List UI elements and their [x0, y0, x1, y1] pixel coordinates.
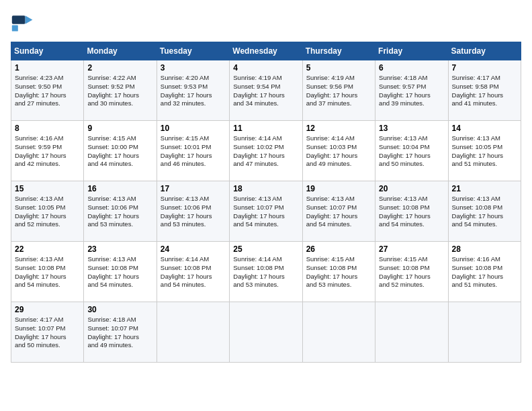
logo-icon	[11, 11, 35, 35]
column-header-wednesday: Wednesday	[230, 42, 302, 60]
calendar-cell: 4Sunrise: 4:19 AM Sunset: 9:54 PM Daylig…	[230, 60, 302, 121]
day-number: 20	[379, 184, 444, 193]
day-info: Sunrise: 4:19 AM Sunset: 9:54 PM Dayligh…	[233, 74, 298, 108]
day-number: 22	[15, 244, 80, 254]
day-number: 6	[379, 63, 444, 73]
day-info: Sunrise: 4:14 AM Sunset: 10:08 PM Daylig…	[161, 255, 226, 289]
day-info: Sunrise: 4:13 AM Sunset: 10:07 PM Daylig…	[306, 195, 371, 229]
day-number: 18	[233, 184, 298, 193]
day-number: 14	[452, 124, 517, 133]
calendar-cell: 14Sunrise: 4:13 AM Sunset: 10:05 PM Dayl…	[448, 121, 521, 181]
calendar-cell: 19Sunrise: 4:13 AM Sunset: 10:07 PM Dayl…	[302, 181, 375, 242]
day-number: 8	[15, 124, 80, 133]
calendar-cell: 18Sunrise: 4:13 AM Sunset: 10:07 PM Dayl…	[230, 181, 302, 242]
day-info: Sunrise: 4:16 AM Sunset: 10:08 PM Daylig…	[452, 255, 517, 289]
day-number: 16	[87, 184, 152, 193]
day-info: Sunrise: 4:13 AM Sunset: 10:08 PM Daylig…	[15, 255, 80, 289]
day-number: 29	[15, 305, 80, 314]
day-info: Sunrise: 4:13 AM Sunset: 10:07 PM Daylig…	[233, 195, 298, 229]
day-info: Sunrise: 4:13 AM Sunset: 10:05 PM Daylig…	[452, 134, 517, 169]
svg-marker-1	[26, 15, 33, 24]
day-number: 4	[233, 63, 298, 73]
day-info: Sunrise: 4:13 AM Sunset: 10:06 PM Daylig…	[87, 195, 152, 229]
day-info: Sunrise: 4:13 AM Sunset: 10:05 PM Daylig…	[15, 195, 80, 229]
logo	[11, 11, 38, 35]
calendar-cell: 1Sunrise: 4:23 AM Sunset: 9:50 PM Daylig…	[11, 60, 84, 121]
svg-rect-0	[12, 15, 26, 24]
calendar-table: SundayMondayTuesdayWednesdayThursdayFrid…	[11, 42, 521, 363]
calendar-cell: 2Sunrise: 4:22 AM Sunset: 9:52 PM Daylig…	[84, 60, 157, 121]
header	[11, 11, 521, 35]
calendar-cell: 5Sunrise: 4:19 AM Sunset: 9:56 PM Daylig…	[302, 60, 375, 121]
calendar-cell: 24Sunrise: 4:14 AM Sunset: 10:08 PM Dayl…	[157, 242, 229, 302]
calendar-cell: 22Sunrise: 4:13 AM Sunset: 10:08 PM Dayl…	[11, 242, 84, 302]
day-number: 25	[233, 244, 298, 254]
calendar-cell: 28Sunrise: 4:16 AM Sunset: 10:08 PM Dayl…	[448, 242, 521, 302]
day-number: 1	[15, 63, 80, 73]
day-info: Sunrise: 4:17 AM Sunset: 9:58 PM Dayligh…	[452, 74, 517, 108]
calendar-cell: 9Sunrise: 4:15 AM Sunset: 10:00 PM Dayli…	[84, 121, 157, 181]
calendar-cell	[448, 302, 521, 363]
day-number: 11	[233, 124, 298, 133]
day-number: 2	[87, 63, 152, 73]
day-info: Sunrise: 4:18 AM Sunset: 9:57 PM Dayligh…	[379, 74, 444, 108]
calendar-cell: 26Sunrise: 4:15 AM Sunset: 10:08 PM Dayl…	[302, 242, 375, 302]
day-number: 5	[306, 63, 371, 73]
calendar-cell: 12Sunrise: 4:14 AM Sunset: 10:03 PM Dayl…	[302, 121, 375, 181]
calendar-cell: 21Sunrise: 4:13 AM Sunset: 10:08 PM Dayl…	[448, 181, 521, 242]
calendar-week-3: 15Sunrise: 4:13 AM Sunset: 10:05 PM Dayl…	[11, 181, 521, 242]
calendar-cell: 3Sunrise: 4:20 AM Sunset: 9:53 PM Daylig…	[157, 60, 229, 121]
day-number: 7	[452, 63, 517, 73]
day-info: Sunrise: 4:14 AM Sunset: 10:08 PM Daylig…	[233, 255, 298, 289]
calendar-cell: 29Sunrise: 4:17 AM Sunset: 10:07 PM Dayl…	[11, 302, 84, 363]
svg-rect-2	[12, 26, 18, 32]
column-header-monday: Monday	[84, 42, 157, 60]
column-header-tuesday: Tuesday	[157, 42, 229, 60]
day-number: 9	[87, 124, 152, 133]
calendar-cell	[230, 302, 302, 363]
calendar-cell: 27Sunrise: 4:15 AM Sunset: 10:08 PM Dayl…	[375, 242, 448, 302]
day-info: Sunrise: 4:13 AM Sunset: 10:08 PM Daylig…	[87, 255, 152, 289]
day-info: Sunrise: 4:13 AM Sunset: 10:08 PM Daylig…	[452, 195, 517, 229]
calendar-week-4: 22Sunrise: 4:13 AM Sunset: 10:08 PM Dayl…	[11, 242, 521, 302]
day-info: Sunrise: 4:15 AM Sunset: 10:08 PM Daylig…	[379, 255, 444, 289]
day-number: 27	[379, 244, 444, 254]
day-info: Sunrise: 4:23 AM Sunset: 9:50 PM Dayligh…	[15, 74, 80, 108]
day-number: 30	[87, 305, 152, 314]
day-number: 28	[452, 244, 517, 254]
calendar-cell: 20Sunrise: 4:13 AM Sunset: 10:08 PM Dayl…	[375, 181, 448, 242]
calendar-cell: 16Sunrise: 4:13 AM Sunset: 10:06 PM Dayl…	[84, 181, 157, 242]
day-info: Sunrise: 4:13 AM Sunset: 10:08 PM Daylig…	[379, 195, 444, 229]
calendar-cell: 8Sunrise: 4:16 AM Sunset: 9:59 PM Daylig…	[11, 121, 84, 181]
day-number: 13	[379, 124, 444, 133]
column-header-friday: Friday	[375, 42, 448, 60]
day-info: Sunrise: 4:13 AM Sunset: 10:04 PM Daylig…	[379, 134, 444, 169]
calendar-cell: 6Sunrise: 4:18 AM Sunset: 9:57 PM Daylig…	[375, 60, 448, 121]
day-number: 23	[87, 244, 152, 254]
calendar-week-1: 1Sunrise: 4:23 AM Sunset: 9:50 PM Daylig…	[11, 60, 521, 121]
day-number: 3	[161, 63, 226, 73]
day-number: 21	[452, 184, 517, 193]
day-number: 12	[306, 124, 371, 133]
day-number: 17	[161, 184, 226, 193]
calendar-cell: 11Sunrise: 4:14 AM Sunset: 10:02 PM Dayl…	[230, 121, 302, 181]
day-number: 19	[306, 184, 371, 193]
calendar-cell: 13Sunrise: 4:13 AM Sunset: 10:04 PM Dayl…	[375, 121, 448, 181]
day-info: Sunrise: 4:17 AM Sunset: 10:07 PM Daylig…	[15, 316, 80, 350]
calendar-cell: 25Sunrise: 4:14 AM Sunset: 10:08 PM Dayl…	[230, 242, 302, 302]
calendar-cell	[375, 302, 448, 363]
day-info: Sunrise: 4:15 AM Sunset: 10:01 PM Daylig…	[161, 134, 226, 169]
calendar-cell: 15Sunrise: 4:13 AM Sunset: 10:05 PM Dayl…	[11, 181, 84, 242]
day-info: Sunrise: 4:13 AM Sunset: 10:06 PM Daylig…	[161, 195, 226, 229]
day-info: Sunrise: 4:14 AM Sunset: 10:02 PM Daylig…	[233, 134, 298, 169]
calendar-week-2: 8Sunrise: 4:16 AM Sunset: 9:59 PM Daylig…	[11, 121, 521, 181]
calendar-cell: 10Sunrise: 4:15 AM Sunset: 10:01 PM Dayl…	[157, 121, 229, 181]
day-info: Sunrise: 4:22 AM Sunset: 9:52 PM Dayligh…	[87, 74, 152, 108]
day-number: 26	[306, 244, 371, 254]
day-info: Sunrise: 4:16 AM Sunset: 9:59 PM Dayligh…	[15, 134, 80, 169]
column-header-saturday: Saturday	[448, 42, 521, 60]
day-number: 24	[161, 244, 226, 254]
day-info: Sunrise: 4:19 AM Sunset: 9:56 PM Dayligh…	[306, 74, 371, 108]
day-number: 10	[161, 124, 226, 133]
day-info: Sunrise: 4:18 AM Sunset: 10:07 PM Daylig…	[87, 316, 152, 350]
